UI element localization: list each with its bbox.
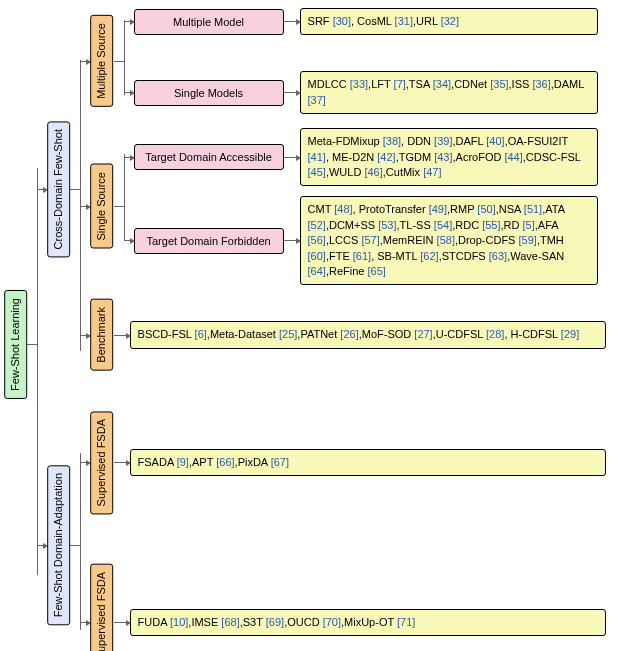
method-name: FSADA (138, 456, 177, 468)
method-name: ,ATA (542, 203, 564, 215)
leaf-target-domain-accessible: Meta-FDMixup [38], DDN [39],DAFL [40],OA… (300, 128, 598, 186)
reference-link[interactable]: [28] (486, 328, 504, 340)
reference-link[interactable]: [26] (340, 328, 358, 340)
leaf-multiple-model: SRF [30], CosML [31],URL [32] (300, 8, 598, 35)
connector (124, 157, 134, 158)
reference-link[interactable]: [37] (308, 94, 326, 106)
reference-link[interactable]: [60] (308, 250, 326, 262)
branch-fsda: Few-Shot Domain-Adaptation Supervised FS… (37, 411, 605, 651)
reference-link[interactable]: [71] (397, 616, 415, 628)
reference-link[interactable]: [32] (441, 15, 459, 27)
connector (37, 545, 47, 546)
reference-link[interactable]: [43] (434, 151, 452, 163)
reference-link[interactable]: [63] (489, 250, 507, 262)
reference-link[interactable]: [40] (486, 135, 504, 147)
reference-link[interactable]: [31] (395, 15, 413, 27)
root-label: Few-Shot Learning (4, 290, 27, 399)
branch-benchmark: Benchmark BSCD-FSL [6],Meta-Dataset [25]… (80, 299, 605, 371)
branch-multiple-source: Multiple Source Multiple Model SRF [30],… (80, 8, 605, 114)
reference-link[interactable]: [47] (423, 166, 441, 178)
method-name: ,RDC (452, 219, 482, 231)
reference-link[interactable]: [52] (308, 219, 326, 231)
reference-link[interactable]: [9] (177, 456, 189, 468)
method-name: FUDA (138, 616, 170, 628)
reference-link[interactable]: [33] (350, 78, 368, 90)
method-name: ,AFA (535, 219, 558, 231)
connector (80, 622, 90, 623)
reference-link[interactable]: [48] (334, 203, 352, 215)
method-name: ,TGDM (396, 151, 435, 163)
reference-link[interactable]: [70] (323, 616, 341, 628)
connector (124, 92, 134, 93)
node-target-domain-forbidden: Target Domain Forbidden (134, 228, 284, 254)
method-name: ,ReFine (326, 265, 368, 277)
reference-link[interactable]: [10] (170, 616, 188, 628)
reference-link[interactable]: [45] (308, 166, 326, 178)
reference-link[interactable]: [29] (561, 328, 579, 340)
reference-link[interactable]: [36] (532, 78, 550, 90)
reference-link[interactable]: [27] (414, 328, 432, 340)
method-name: ,CutMix (383, 166, 423, 178)
connector (80, 335, 90, 336)
method-name: ,CDNet (451, 78, 490, 90)
reference-link[interactable]: [51] (524, 203, 542, 215)
reference-link[interactable]: [68] (221, 616, 239, 628)
method-name: ,Meta-Dataset (207, 328, 279, 340)
node-single-source: Single Source (90, 164, 113, 249)
branch-single-models: Single Models MDLCC [33],LFT [7],TSA [34… (124, 71, 598, 114)
reference-link[interactable]: [44] (504, 151, 522, 163)
reference-link[interactable]: [69] (266, 616, 284, 628)
reference-link[interactable]: [49] (429, 203, 447, 215)
taxonomy-tree: Few-Shot Learning Cross-Domain Few-Shot … (4, 8, 632, 651)
reference-link[interactable]: [61] (353, 250, 371, 262)
reference-link[interactable]: [58] (437, 234, 455, 246)
node-single-models: Single Models (134, 80, 284, 106)
reference-link[interactable]: [42] (377, 151, 395, 163)
connector (114, 622, 130, 623)
reference-link[interactable]: [62] (420, 250, 438, 262)
reference-link[interactable]: [65] (368, 265, 386, 277)
reference-link[interactable]: [25] (279, 328, 297, 340)
reference-link[interactable]: [56] (308, 234, 326, 246)
connector (37, 189, 47, 190)
method-name: ,URL (413, 15, 441, 27)
reference-link[interactable]: [30] (333, 15, 351, 27)
reference-link[interactable]: [64] (308, 265, 326, 277)
connector (284, 21, 300, 22)
leaf-supervised-fsda: FSADA [9],APT [66],PixDA [67] (130, 449, 606, 476)
reference-link[interactable]: [7] (394, 78, 406, 90)
reference-link[interactable]: [6] (195, 328, 207, 340)
method-name: ,ISS (509, 78, 533, 90)
method-name: ,TSA (406, 78, 433, 90)
reference-link[interactable]: [39] (434, 135, 452, 147)
connector (114, 335, 130, 336)
reference-link[interactable]: [46] (364, 166, 382, 178)
method-name: , ME-D2N (326, 151, 377, 163)
reference-link[interactable]: [59] (519, 234, 537, 246)
connector (114, 462, 130, 463)
reference-link[interactable]: [57] (361, 234, 379, 246)
reference-link[interactable]: [67] (271, 456, 289, 468)
node-cross-domain-few-shot: Cross-Domain Few-Shot (47, 121, 70, 257)
method-name: ,LCCS (326, 234, 361, 246)
reference-link[interactable]: [41] (308, 151, 326, 163)
method-name: ,TMH (537, 234, 564, 246)
reference-link[interactable]: [53] (378, 219, 396, 231)
reference-link[interactable]: [35] (490, 78, 508, 90)
reference-link[interactable]: [54] (434, 219, 452, 231)
method-name: , ProtoTransfer (353, 203, 429, 215)
reference-link[interactable]: [34] (433, 78, 451, 90)
reference-link[interactable]: [66] (216, 456, 234, 468)
fsda-children: Supervised FSDA FSADA [9],APT [66],PixDA… (80, 411, 605, 651)
reference-link[interactable]: [55] (482, 219, 500, 231)
reference-link[interactable]: [38] (383, 135, 401, 147)
multi-children: Multiple Model SRF [30], CosML [31],URL … (124, 8, 598, 114)
node-supervised-fsda: Supervised FSDA (90, 411, 113, 514)
leaf-unsupervised-fsda: FUDA [10],IMSE [68],S3T [69],OUCD [70],M… (130, 609, 606, 636)
connector (284, 157, 300, 158)
method-name: ,OUCD (284, 616, 323, 628)
reference-link[interactable]: [50] (477, 203, 495, 215)
reference-link[interactable]: [5] (523, 219, 535, 231)
branch-single-source: Single Source Target Domain Accessible M… (80, 128, 605, 285)
branch-target-domain-accessible: Target Domain Accessible Meta-FDMixup [3… (124, 128, 598, 186)
